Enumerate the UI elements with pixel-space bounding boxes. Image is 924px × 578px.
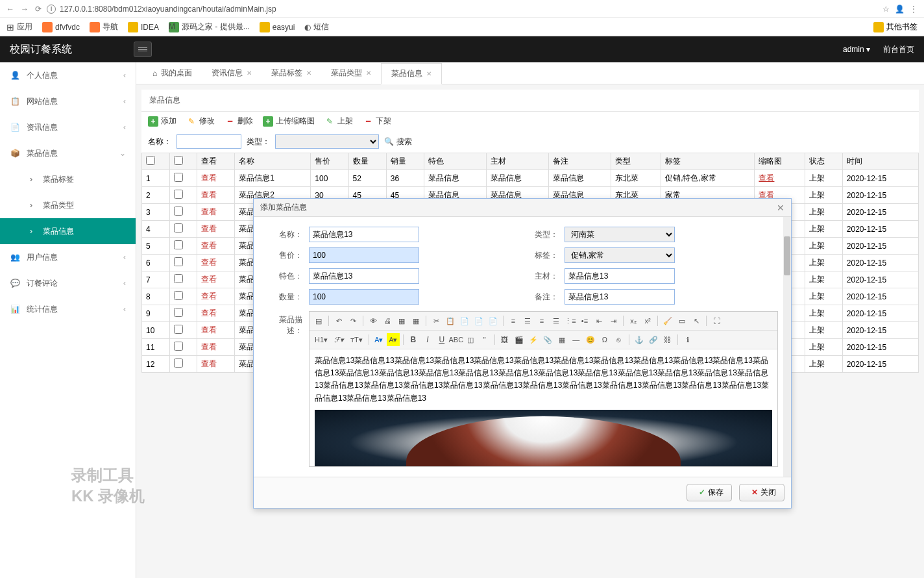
column-header[interactable]: 状态 (805, 153, 842, 170)
column-header[interactable]: 查看 (197, 153, 235, 170)
select-icon[interactable]: ▭ (675, 314, 688, 327)
on-shelf-button[interactable]: ✎上架 (324, 116, 353, 127)
back-color-icon[interactable]: A▾ (387, 333, 400, 346)
sidebar-item[interactable]: 📦菜品信息⌄ (0, 140, 136, 166)
column-header[interactable]: 缩略图 (755, 153, 805, 170)
row-checkbox[interactable] (174, 240, 183, 249)
indent-icon[interactable]: ⇥ (607, 314, 620, 327)
menu-icon[interactable]: ⋮ (910, 5, 918, 14)
tab[interactable]: 菜品类型✕ (321, 62, 381, 84)
filter-name-input[interactable] (176, 134, 241, 149)
remove-format-icon[interactable]: ◫ (464, 333, 477, 346)
tab[interactable]: 菜品标签✕ (261, 62, 321, 84)
sidebar-item[interactable]: ›菜品标签 (0, 166, 136, 192)
clear-icon[interactable]: 🧹 (661, 314, 674, 327)
row-checkbox[interactable] (174, 342, 183, 351)
pagebreak-icon[interactable]: ⎋ (613, 333, 626, 346)
italic-icon[interactable]: I (421, 333, 434, 346)
zc-input[interactable] (565, 268, 675, 284)
column-header[interactable]: 时间 (842, 153, 918, 170)
tab[interactable]: ⌂我的桌面 (143, 62, 202, 84)
bookmark-item[interactable]: 导航 (90, 21, 118, 32)
select-all-checkbox[interactable] (174, 156, 183, 165)
cursor-icon[interactable]: ↖ (690, 314, 703, 327)
row-checkbox[interactable] (174, 190, 183, 199)
media-icon[interactable]: 🎬 (513, 333, 526, 346)
sidebar-item[interactable]: 📋网站信息‹ (0, 88, 136, 114)
upload-thumb-button[interactable]: +上传缩略图 (263, 116, 315, 127)
bookmark-item[interactable]: M源码之家 - 提供最... (169, 21, 250, 32)
paste-icon[interactable]: 📄 (458, 314, 471, 327)
sidebar-item[interactable]: 📊统计信息‹ (0, 296, 136, 322)
close-icon[interactable]: ✕ (247, 69, 252, 77)
row-checkbox[interactable] (174, 173, 183, 182)
bookmark-item[interactable]: easyui (260, 22, 295, 32)
quote-icon[interactable]: " (478, 333, 491, 346)
edit-button[interactable]: ✎修改 (186, 116, 215, 127)
close-icon[interactable]: ✕ (777, 203, 784, 213)
column-header[interactable]: 售价 (311, 153, 348, 170)
tab[interactable]: 菜品信息✕ (381, 63, 442, 84)
sidebar-item[interactable]: 👥用户信息‹ (0, 244, 136, 270)
sup-icon[interactable]: x² (641, 314, 654, 327)
row-checkbox[interactable] (174, 358, 183, 368)
view-link[interactable]: 查看 (201, 207, 217, 216)
profile-icon[interactable]: 👤 (895, 5, 905, 14)
flash-icon[interactable]: ⚡ (527, 333, 540, 346)
unlink-icon[interactable]: ⛓ (661, 333, 674, 346)
bookmark-item[interactable]: ◐短信 (304, 21, 329, 32)
forward-icon[interactable]: → (21, 5, 29, 14)
column-header[interactable] (142, 153, 170, 170)
other-bookmarks[interactable]: 其他书签 (873, 21, 918, 32)
off-shelf-button[interactable]: ━下架 (363, 116, 391, 127)
row-checkbox[interactable] (174, 291, 183, 300)
front-link[interactable]: 前台首页 (883, 44, 914, 55)
column-header[interactable]: 备注 (549, 153, 611, 170)
view-link[interactable]: 查看 (201, 258, 217, 267)
about-icon[interactable]: ℹ (681, 333, 694, 346)
name-input[interactable] (309, 227, 419, 242)
template-icon[interactable]: ▦ (395, 314, 408, 327)
view-link[interactable]: 查看 (201, 224, 217, 233)
undo-icon[interactable]: ↶ (332, 314, 345, 327)
special-icon[interactable]: Ω (598, 333, 611, 346)
back-icon[interactable]: ← (6, 5, 14, 14)
font-size-icon[interactable]: ᴛT▾ (348, 333, 365, 346)
underline-icon[interactable]: U (435, 333, 448, 346)
image-icon[interactable]: 🖼 (498, 333, 511, 346)
outdent-icon[interactable]: ⇤ (592, 314, 605, 327)
ts-input[interactable] (309, 268, 419, 284)
list-ol-icon[interactable]: ⋮≡ (564, 314, 577, 327)
search-button[interactable]: 🔍搜索 (384, 136, 412, 147)
link-icon[interactable]: 🔗 (647, 333, 660, 346)
column-header[interactable]: 销量 (386, 153, 424, 170)
close-button[interactable]: ✕关闭 (739, 484, 784, 501)
view-link[interactable]: 查看 (201, 308, 217, 318)
qty-input[interactable] (309, 289, 419, 305)
row-checkbox[interactable] (174, 257, 183, 266)
tag-select[interactable]: 促销,家常 (565, 247, 675, 263)
scrollbar[interactable] (783, 217, 791, 477)
apps-button[interactable]: ⊞ 应用 (6, 21, 32, 32)
hr-icon[interactable]: — (570, 333, 583, 346)
bookmark-item[interactable]: IDEA (128, 22, 159, 32)
user-menu[interactable]: admin ▾ (843, 45, 870, 54)
add-button[interactable]: +添加 (148, 116, 176, 127)
code-icon[interactable]: ▦ (409, 314, 422, 327)
hamburger-button[interactable] (134, 42, 152, 57)
column-header[interactable]: 类型 (611, 153, 661, 170)
view-link[interactable]: 查看 (201, 325, 217, 334)
sub-icon[interactable]: x₂ (627, 314, 640, 327)
view-link[interactable]: 查看 (201, 275, 217, 284)
view-link[interactable]: 查看 (201, 292, 217, 301)
align-center-icon[interactable]: ☰ (521, 314, 534, 327)
view-link[interactable]: 查看 (201, 342, 217, 351)
column-header[interactable]: 数量 (348, 153, 386, 170)
sidebar-item[interactable]: 💬订餐评论‹ (0, 270, 136, 296)
anchor-icon[interactable]: ⚓ (633, 333, 646, 346)
sidebar-item[interactable]: ›菜品信息 (0, 218, 136, 244)
row-checkbox[interactable] (174, 274, 183, 283)
type-select[interactable]: 河南菜 (565, 227, 675, 242)
reload-icon[interactable]: ⟳ (35, 5, 42, 14)
view-link[interactable]: 查看 (201, 190, 217, 199)
